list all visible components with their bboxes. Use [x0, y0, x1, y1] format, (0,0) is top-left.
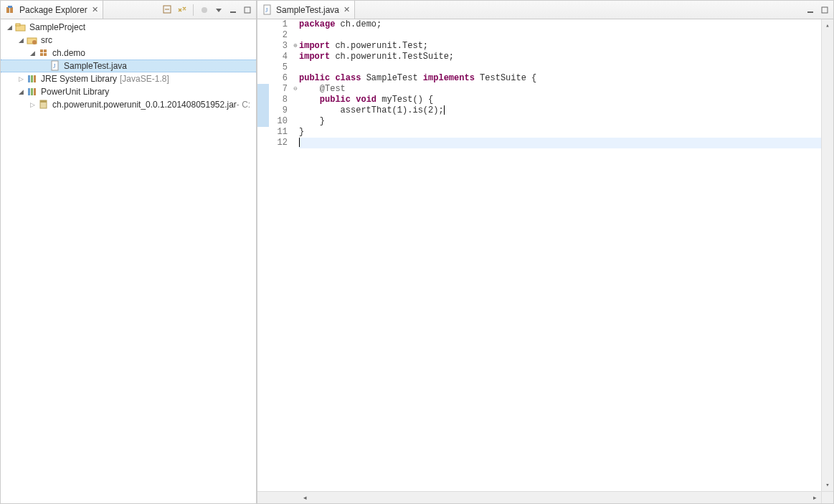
package-icon	[38, 47, 49, 59]
tree-label: PowerUnit Library	[41, 87, 109, 97]
svg-rect-21	[28, 88, 30, 95]
source-folder-icon	[27, 34, 38, 46]
line-number: 8	[269, 95, 288, 105]
line-number: 6	[269, 73, 288, 84]
package-explorer-icon	[5, 4, 16, 16]
minimize-button[interactable]	[805, 4, 816, 16]
svg-rect-13	[44, 49, 47, 52]
package-explorer-title: Package Explorer	[19, 5, 87, 15]
expand-icon[interactable]: ◢	[5, 23, 14, 32]
link-with-editor-button[interactable]	[176, 4, 188, 16]
focus-task-button[interactable]	[199, 4, 210, 16]
svg-rect-25	[40, 100, 47, 103]
svg-rect-29	[822, 7, 828, 13]
scrollbar-track[interactable]	[311, 492, 809, 503]
svg-rect-15	[44, 53, 47, 56]
tree-node-package[interactable]: ◢ ch.demo	[1, 47, 256, 60]
minimize-button[interactable]	[227, 4, 239, 16]
horizontal-scrollbar[interactable]: ◂ ▸	[257, 491, 833, 503]
line-number: 1	[269, 19, 288, 30]
project-tree[interactable]: ◢ SampleProject ◢ src ◢ ch.demo ▷ J Samp…	[1, 19, 256, 503]
editor-tab[interactable]: J SampleTest.java ✕	[257, 1, 355, 19]
svg-rect-22	[31, 88, 33, 95]
library-icon	[27, 73, 38, 85]
java-file-icon: J	[49, 60, 61, 72]
text-cursor	[444, 105, 445, 115]
svg-text:J: J	[53, 62, 56, 70]
code-content[interactable]: package ch.demo; import ch.powerunit.Tes…	[299, 19, 821, 491]
svg-rect-1	[10, 7, 13, 13]
line-number: 12	[269, 138, 288, 148]
folding-bar[interactable]: ⊕ ⊖	[292, 19, 299, 491]
line-number: 5	[269, 62, 288, 73]
line-number: 2	[269, 30, 288, 41]
line-number: 9	[269, 105, 288, 116]
tree-label: SampleTest.java	[64, 61, 127, 71]
svg-rect-7	[245, 7, 250, 13]
tree-decorator: - C:	[237, 100, 250, 110]
tree-label: ch.powerunit.powerunit_0.0.1.20140805195…	[52, 100, 237, 110]
scroll-up-icon[interactable]: ▴	[822, 19, 833, 32]
project-icon	[15, 22, 27, 33]
expand-icon[interactable]: ▷	[16, 75, 25, 83]
svg-rect-20	[34, 75, 36, 82]
marker-bar[interactable]	[257, 19, 269, 491]
line-number: 11	[269, 127, 288, 138]
svg-rect-6	[230, 11, 236, 13]
text-cursor	[299, 138, 300, 147]
maximize-button[interactable]	[242, 4, 253, 16]
tree-decorator: [JavaSE-1.8]	[120, 74, 169, 84]
package-explorer-tab[interactable]: Package Explorer ✕	[1, 1, 103, 19]
tree-label: JRE System Library	[41, 74, 117, 84]
tree-node-file[interactable]: ▷ J SampleTest.java	[1, 60, 256, 72]
package-explorer-toolbar	[162, 1, 256, 19]
tree-label: src	[41, 35, 52, 45]
svg-point-5	[202, 7, 207, 13]
code-editor[interactable]: 1 2 3 4 5 6 7 8 9 10 11 12 ⊕ ⊖	[257, 19, 833, 491]
scroll-down-icon[interactable]: ▾	[822, 479, 833, 491]
line-number-gutter[interactable]: 1 2 3 4 5 6 7 8 9 10 11 12	[269, 19, 292, 491]
toolbar-separator	[193, 4, 194, 16]
package-explorer-view: Package Explorer ✕ ◢ SampleProject ◢ src…	[0, 0, 257, 504]
line-number: 7	[269, 84, 288, 95]
svg-rect-0	[6, 7, 9, 13]
svg-rect-14	[40, 53, 43, 56]
editor-tab-title: SampleTest.java	[276, 5, 339, 15]
tree-label: SampleProject	[29, 22, 85, 32]
expand-icon[interactable]: ◢	[16, 36, 25, 44]
line-number: 3	[269, 41, 288, 52]
package-explorer-tabbar: Package Explorer ✕	[1, 1, 256, 19]
jar-icon	[38, 99, 49, 110]
tree-node-jar[interactable]: ▷ ch.powerunit.powerunit_0.0.1.201408051…	[1, 98, 256, 111]
expand-icon[interactable]: ◢	[16, 87, 25, 96]
svg-rect-18	[28, 75, 30, 82]
tree-node-powerunit[interactable]: ◢ PowerUnit Library	[1, 85, 256, 98]
close-icon[interactable]: ✕	[343, 5, 350, 14]
vertical-scrollbar[interactable]: ▴ ▾	[821, 19, 833, 491]
java-file-icon: J	[262, 4, 273, 16]
expand-icon[interactable]: ▷	[28, 100, 37, 109]
tree-node-project[interactable]: ◢ SampleProject	[1, 21, 256, 34]
tree-node-jre[interactable]: ▷ JRE System Library [JavaSE-1.8]	[1, 72, 256, 85]
svg-rect-2	[8, 6, 12, 8]
collapse-all-button[interactable]	[162, 4, 174, 16]
maximize-button[interactable]	[819, 4, 830, 16]
line-number: 10	[269, 116, 288, 127]
tree-label: ch.demo	[52, 48, 85, 58]
svg-rect-12	[40, 49, 43, 52]
editor-tabbar: J SampleTest.java ✕	[257, 1, 833, 19]
scroll-right-icon[interactable]: ▸	[809, 492, 821, 503]
library-icon	[27, 86, 38, 98]
svg-text:J: J	[265, 6, 268, 14]
line-number: 4	[269, 52, 288, 62]
view-menu-button[interactable]	[213, 4, 224, 16]
scroll-left-icon[interactable]: ◂	[299, 492, 311, 503]
svg-rect-19	[31, 75, 33, 82]
svg-point-11	[32, 40, 37, 44]
editor-toolbar	[805, 1, 833, 19]
svg-rect-23	[34, 88, 36, 95]
tree-node-src[interactable]: ◢ src	[1, 34, 256, 47]
close-icon[interactable]: ✕	[92, 5, 98, 14]
expand-icon[interactable]: ◢	[28, 49, 37, 57]
editor-view: J SampleTest.java ✕ 1 2 3 4	[257, 0, 834, 504]
